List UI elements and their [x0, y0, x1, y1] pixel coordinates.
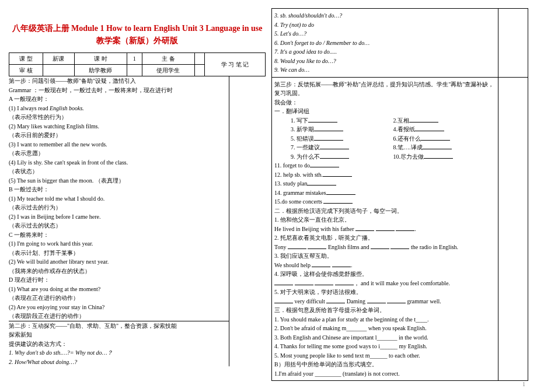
- t5: 5. 犯错误: [291, 134, 393, 144]
- b5: 5. Most young people like to send text m…: [274, 351, 496, 360]
- t8: 8.笔….译成: [393, 143, 496, 152]
- step1: 第一步：问题引领——教师"备助"设疑，激情引入: [9, 76, 229, 86]
- step3: 第三步：反馈拓展——教师"补助"点评总结，提升知识与情感。学生"再助"查漏补缺，…: [274, 80, 496, 98]
- hdr-c: 课 时: [74, 53, 127, 65]
- s3c: 二．根据所给汉语完成下列英语句子，每空一词。: [274, 206, 496, 216]
- b1: 1. You should make a plan for study at t…: [274, 315, 496, 324]
- g5: (5) The sun is bigger than the moon. （表真…: [9, 176, 229, 186]
- b2: 2. Don't be afraid of making m_______ wh…: [274, 324, 496, 333]
- c1: 1. 他和他父亲一直住在北京。: [274, 215, 496, 225]
- sec-a: A 一般现在时：: [9, 94, 229, 104]
- t3: 3. 新学期: [291, 125, 393, 134]
- t9: 9. 为什么不: [291, 152, 393, 162]
- c5e: very difficult Daming grammar well.: [274, 297, 496, 306]
- t15: 15.do some concerts: [274, 197, 496, 206]
- g3t: （表示意愿）: [9, 149, 229, 158]
- ex7: 7. It's a good idea to do.....: [274, 47, 496, 57]
- hdr-c: 助学教师: [74, 65, 127, 76]
- b4: 4. Thanks for telling me some good ways …: [274, 342, 496, 351]
- hdr-v: [195, 53, 205, 65]
- c4: 4. 深呼吸，这样会使你感觉舒服些。: [274, 270, 496, 279]
- hdr-c: 使用学生: [142, 65, 194, 76]
- ex1: 1. Why don't sb do sth.…?= Why not do…？: [9, 348, 229, 358]
- g2: (2) Mary likes watching English films.: [9, 122, 229, 131]
- p1: (1) My teacher told me what I should do.: [9, 194, 229, 204]
- g4: (4) Lily is shy. She can't speak in fron…: [9, 158, 229, 167]
- t10: 10.尽力去做: [393, 152, 496, 162]
- b6: 1.I'm afraid your _________ (translate) …: [274, 369, 496, 379]
- t11: 11. forget to do: [274, 161, 496, 170]
- ex4: 4. Try (not) to do: [274, 20, 496, 30]
- c2: 2. 托尼喜欢看英文电影，听英文广播。: [274, 233, 496, 243]
- g4t: （表状态）: [9, 167, 229, 176]
- hdr-v: [43, 65, 74, 76]
- g3: (3) I want to remember all the new words…: [9, 140, 229, 149]
- t12: 12. help sb. with sth.: [274, 170, 496, 180]
- d1t: （表现在正在进行的动作）: [9, 293, 229, 303]
- ex9: 9. We can do…: [274, 65, 496, 75]
- t4: 4.看报纸: [393, 125, 496, 134]
- sec-d: D 现在进行时：: [9, 275, 229, 285]
- ex3: 3. sb. should/shouldn't do…?: [274, 11, 496, 20]
- g2t: （表示目前的爱好）: [9, 131, 229, 140]
- hdr-v: [127, 65, 142, 76]
- s2b: 提供建议的表达方式：: [9, 340, 229, 349]
- s3e: B）用括号中所给单词的适当形式填空。: [274, 360, 496, 369]
- t13: 13. study plan: [274, 179, 496, 188]
- ex5: 5. Let's do…?: [274, 29, 496, 38]
- sec-b: B 一般过去时：: [9, 185, 229, 194]
- c3e: We should help .: [274, 261, 496, 270]
- header-table: 课 型 新课 课 时 1 主 备 学 习 笔 记 审 核 助学教师 使用学生: [9, 52, 266, 76]
- d1: (1) What are you doing at the moment?: [9, 285, 229, 294]
- italic: English books.: [50, 105, 84, 111]
- g1t: （表示经常性的行为）: [9, 113, 229, 122]
- ex2: 2. How/What about doing…?: [9, 358, 229, 367]
- hdr-v: 1: [127, 53, 142, 65]
- p2: (2) I was in Beijing before I came here.: [9, 212, 229, 222]
- t7: 7. 一些建议: [291, 143, 393, 152]
- ex6: 6. Don't forget to do / Remember to do…: [274, 38, 496, 48]
- sec-c: C 一般将来时：: [9, 230, 229, 240]
- c1e: He lived in Beijing with his father .: [274, 225, 496, 234]
- hdr-c: 主 备: [142, 53, 194, 65]
- right-table: 3. sb. should/shouldn't do…? 4. Try (not…: [271, 8, 528, 381]
- g1: (1) I always read English books.: [9, 104, 229, 113]
- hdr-v: [195, 65, 205, 76]
- hdr-c: 课 型: [9, 53, 43, 65]
- notes-margin: [229, 76, 266, 366]
- t1: 1. 写下: [291, 116, 393, 125]
- f2t: （我将来的动作或存在的状态）: [9, 267, 229, 276]
- grammar-intro: Grammar ：一般现在时，一般过去时，一般将来时，现在进行时: [9, 86, 229, 95]
- t2: 2.互相: [393, 116, 496, 125]
- d2t: （表现阶段正在进行的动作）: [9, 312, 229, 321]
- c2e: Tony English films and the radio in Engl…: [274, 243, 496, 252]
- page-number: 1: [522, 380, 525, 388]
- hdr-c: 审 核: [9, 65, 43, 76]
- p1t: （表示过去的行为）: [9, 203, 229, 212]
- t6: 6.还有什么: [393, 134, 496, 144]
- notes-cell: 学 习 笔 记: [204, 53, 265, 76]
- t14: 14. grammar mistakes: [274, 188, 496, 198]
- s2a: 探索新知: [9, 330, 229, 340]
- f2: (2) We will build another library next y…: [9, 257, 229, 267]
- b3: 3. Both English and Chinese are importan…: [274, 333, 496, 342]
- s3a: 我会做：: [274, 98, 496, 107]
- doc-title: 八年级英语上册 Module 1 How to learn English Un…: [9, 22, 266, 47]
- c5: 5. 对于大明来说，学好语法很难。: [274, 288, 496, 297]
- hdr-v: 新课: [43, 53, 74, 65]
- ex8: 8. Would you like to do…?: [274, 57, 496, 66]
- c3: 3. 我们应该互帮互助。: [274, 251, 496, 261]
- s3d: 三．根据句意及所给首字母提示补全单词。: [274, 306, 496, 315]
- f1t: （表示计划、打算干某事）: [9, 249, 229, 258]
- s3b: 一．翻译词组: [274, 107, 496, 116]
- f1: (1) I'm going to work hard this year.: [9, 239, 229, 249]
- step2: 第二步：互动探究——"自助、求助、互助"，整合资源，探索技能: [9, 321, 229, 331]
- d2: (2) Are you enjoying your stay in China?: [9, 303, 229, 312]
- c4e: ， and it will make you feel comfortable.: [274, 279, 496, 288]
- p2t: （表示过去的状态）: [9, 221, 229, 230]
